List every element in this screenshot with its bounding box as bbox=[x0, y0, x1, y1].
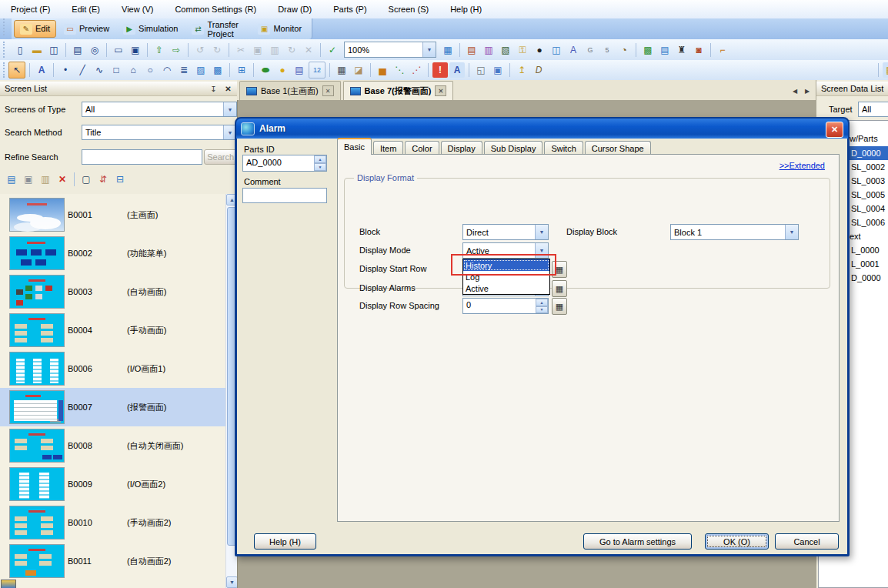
spin-down-icon[interactable] bbox=[314, 163, 326, 171]
key-security-icon[interactable] bbox=[515, 42, 530, 58]
screen-row-b0001[interactable]: B0001 (主画面) bbox=[0, 195, 225, 234]
chevron-down-icon[interactable] bbox=[422, 42, 436, 57]
text-tool-icon[interactable] bbox=[34, 62, 49, 78]
picture-tool-icon[interactable] bbox=[210, 62, 225, 78]
alarm-dialog-titlebar[interactable]: Alarm bbox=[236, 119, 848, 139]
close-icon[interactable] bbox=[222, 83, 234, 94]
help-button[interactable]: Help (H) bbox=[254, 533, 316, 550]
tab-display[interactable]: Display bbox=[441, 141, 482, 155]
table-tool-icon[interactable] bbox=[234, 62, 249, 78]
keypad-button[interactable] bbox=[552, 298, 567, 315]
scatter-graph-part-icon[interactable] bbox=[392, 62, 407, 78]
comment-input[interactable] bbox=[242, 188, 327, 203]
cross-ref-down-icon[interactable] bbox=[599, 42, 615, 58]
screen-row-b0008[interactable]: B0008 (自动关闭画面) bbox=[0, 426, 225, 465]
screens-of-type-combo[interactable]: All bbox=[82, 102, 237, 117]
menu-help[interactable]: Help (H) bbox=[450, 5, 482, 14]
preview-screen-icon[interactable] bbox=[78, 172, 94, 187]
tab-switch[interactable]: Switch bbox=[544, 141, 583, 155]
copy-screen-icon[interactable] bbox=[21, 172, 36, 187]
menu-screen[interactable]: Screen (S) bbox=[389, 5, 429, 14]
simulation-mode-button[interactable]: Simulation bbox=[117, 20, 184, 38]
chevron-down-icon[interactable] bbox=[535, 225, 548, 239]
search-method-combo[interactable]: Title bbox=[82, 125, 237, 140]
message-part-icon[interactable] bbox=[292, 62, 307, 78]
screen-row-b0011[interactable]: B0011 (自动画面2) bbox=[0, 542, 225, 580]
select-tool-icon[interactable] bbox=[8, 62, 25, 79]
transfer-project-button[interactable]: Transfer Project bbox=[185, 20, 250, 38]
parts-id-spinner[interactable] bbox=[314, 155, 326, 171]
row-spacing-spinner[interactable] bbox=[536, 299, 548, 313]
zoom-combo[interactable]: 100% bbox=[344, 42, 436, 58]
new-screen-icon[interactable] bbox=[111, 42, 126, 58]
search-button[interactable]: Search bbox=[204, 149, 237, 165]
display-block-combo[interactable]: Block 1 bbox=[670, 224, 799, 240]
copy-icon[interactable] bbox=[250, 42, 265, 58]
image-tool-icon[interactable] bbox=[193, 62, 209, 78]
polygon-tool-icon[interactable] bbox=[125, 62, 141, 78]
keypad-part-icon[interactable] bbox=[334, 62, 349, 78]
polyline-tool-icon[interactable] bbox=[92, 62, 107, 78]
text-table-icon[interactable] bbox=[566, 42, 581, 58]
goto-alarm-settings-button[interactable]: Go to Alarm settings bbox=[583, 533, 692, 550]
tab-cursor-shape[interactable]: Cursor Shape bbox=[585, 141, 651, 155]
extended-link[interactable]: >>Extended bbox=[780, 161, 825, 170]
screen-row-b0004[interactable]: B0004 (手动画面) bbox=[0, 311, 225, 349]
tab-base7-active[interactable]: Base 7(报警画面) bbox=[343, 81, 454, 100]
parts-list-icon[interactable] bbox=[464, 42, 479, 58]
toolbar-grip[interactable] bbox=[3, 18, 8, 35]
chevron-down-icon[interactable] bbox=[223, 102, 236, 116]
menu-project[interactable]: Project (F) bbox=[11, 5, 50, 14]
line-tool-icon[interactable] bbox=[75, 62, 90, 78]
menu-common-settings[interactable]: Common Settings (R) bbox=[175, 5, 256, 14]
bar-graph-part-icon[interactable] bbox=[375, 62, 390, 78]
package-tool-icon[interactable] bbox=[883, 62, 888, 78]
arc-tool-icon[interactable] bbox=[159, 62, 175, 78]
scale-tool-icon[interactable] bbox=[176, 62, 192, 78]
alarm-clock-icon[interactable] bbox=[616, 42, 632, 58]
menu-parts[interactable]: Parts (P) bbox=[333, 5, 366, 14]
parts-id-field[interactable]: AD_0000 bbox=[242, 155, 327, 172]
preview-mode-button[interactable]: Preview bbox=[58, 20, 115, 38]
cancel-button[interactable]: Cancel bbox=[775, 533, 839, 550]
spin-up-icon[interactable] bbox=[314, 155, 326, 163]
keypad-button[interactable] bbox=[552, 280, 567, 297]
close-tab-icon[interactable] bbox=[322, 85, 334, 96]
logic-edit-icon[interactable] bbox=[657, 42, 673, 58]
wrench-tool-icon[interactable] bbox=[715, 42, 730, 58]
d-script-tool-icon[interactable] bbox=[531, 62, 546, 78]
line-graph-part-icon[interactable] bbox=[409, 62, 424, 78]
send-down-icon[interactable] bbox=[169, 42, 184, 58]
refine-search-input[interactable] bbox=[82, 149, 202, 165]
cut-icon[interactable] bbox=[233, 42, 249, 58]
switch-part-icon[interactable] bbox=[258, 62, 273, 78]
display-row-spacing-field[interactable]: 0 bbox=[462, 298, 549, 314]
dot-tool-icon[interactable] bbox=[58, 62, 73, 78]
option-active[interactable]: Active bbox=[463, 282, 549, 294]
spin-down-icon[interactable] bbox=[536, 306, 548, 314]
text-display-part-icon[interactable] bbox=[449, 62, 465, 78]
monitor-tool-icon[interactable] bbox=[691, 42, 706, 58]
scroll-down-arrow[interactable] bbox=[226, 576, 238, 588]
spin-up-icon[interactable] bbox=[536, 299, 548, 306]
screen-row-b0003[interactable]: B0003 (自动画面) bbox=[0, 272, 225, 311]
new-file-icon[interactable] bbox=[12, 42, 28, 58]
security-id-icon[interactable] bbox=[532, 42, 547, 58]
tab-scroll-right-icon[interactable] bbox=[802, 85, 813, 97]
close-dialog-icon[interactable] bbox=[826, 122, 843, 138]
menu-edit[interactable]: Edit (E) bbox=[72, 5, 100, 14]
error-check-icon[interactable] bbox=[325, 42, 340, 58]
monitor-mode-button[interactable]: Monitor bbox=[252, 20, 308, 38]
print-icon[interactable] bbox=[70, 42, 85, 58]
sampling-part-icon[interactable] bbox=[351, 62, 366, 78]
tab-item[interactable]: Item bbox=[373, 141, 403, 155]
cross-ref-up-icon[interactable] bbox=[583, 42, 598, 58]
memory-view-icon[interactable] bbox=[674, 42, 689, 58]
paste-icon[interactable] bbox=[267, 42, 282, 58]
picture-display-part-icon[interactable] bbox=[490, 62, 506, 78]
alarm-part-icon[interactable] bbox=[432, 62, 448, 78]
screen-row-b0009[interactable]: B0009 (I/O画面2) bbox=[0, 465, 225, 503]
transfer-tool-icon[interactable] bbox=[640, 42, 656, 58]
save-project-icon[interactable] bbox=[46, 42, 62, 58]
ok-button[interactable]: OK (O) bbox=[705, 533, 769, 550]
